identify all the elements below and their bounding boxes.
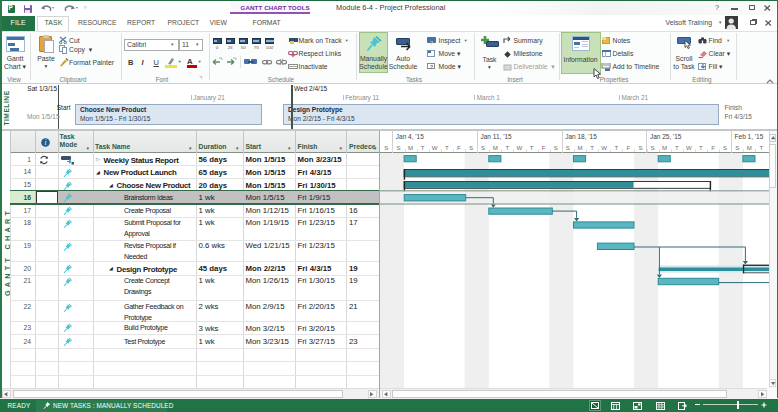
svg-text:i: i [44, 138, 46, 147]
